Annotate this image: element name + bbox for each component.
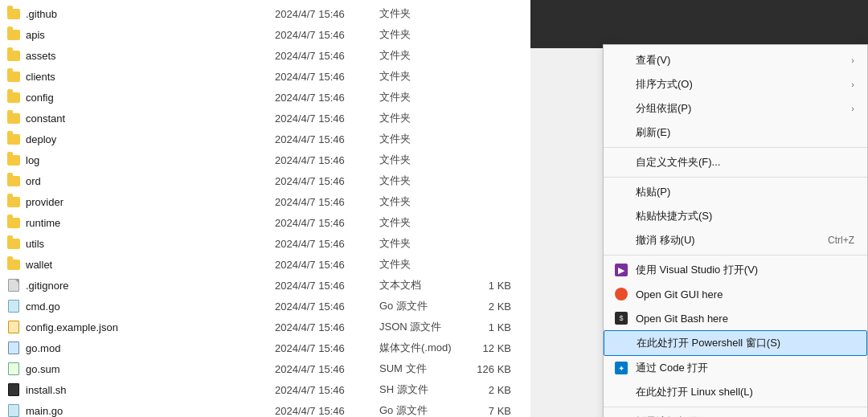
file-date: 2024/4/7 15:46 xyxy=(275,92,379,104)
file-date: 2024/4/7 15:46 xyxy=(275,342,379,354)
file-date: 2024/4/7 15:46 xyxy=(275,238,379,250)
menu-icon: $ xyxy=(613,310,629,326)
menu-item-label: 查看(V) xyxy=(636,53,845,67)
menu-item-open-ps[interactable]: 在此处打开 Powershell 窗口(S) xyxy=(604,330,867,356)
file-date: 2024/4/7 15:46 xyxy=(275,154,379,166)
file-row[interactable]: cmd.go 2024/4/7 15:46 Go 源文件 2 KB xyxy=(0,296,530,317)
menu-icon xyxy=(613,184,629,200)
file-type: SUM 文件 xyxy=(379,362,468,376)
menu-item-arrow: › xyxy=(851,104,854,113)
menu-item-undo[interactable]: 撤消 移动(U) Ctrl+Z xyxy=(604,228,867,252)
file-row[interactable]: ord 2024/4/7 15:46 文件夹 xyxy=(0,170,530,191)
file-icon xyxy=(6,299,21,313)
file-name: runtime xyxy=(26,217,275,229)
file-icon xyxy=(6,382,21,397)
folder-icon xyxy=(7,51,20,61)
file-row[interactable]: main.go 2024/4/7 15:46 Go 源文件 7 KB xyxy=(0,400,530,417)
menu-item-open-vscode[interactable]: ✦ 通过 Code 打开 xyxy=(604,356,867,380)
menu-item-open-linux[interactable]: 在此处打开 Linux shell(L) xyxy=(604,380,867,404)
menu-item-view[interactable]: 查看(V) › xyxy=(604,48,867,72)
menu-item-paste-short[interactable]: 粘贴快捷方式(S) xyxy=(604,204,867,228)
file-type: 文件夹 xyxy=(379,215,468,230)
file-row[interactable]: go.mod 2024/4/7 15:46 媒体文件(.mod) 12 KB xyxy=(0,337,530,358)
file-row[interactable]: config.example.json 2024/4/7 15:46 JSON … xyxy=(0,317,530,337)
file-row[interactable]: install.sh 2024/4/7 15:46 SH 源文件 2 KB xyxy=(0,379,530,400)
git-bash-icon: $ xyxy=(615,312,628,325)
file-date: 2024/4/7 15:46 xyxy=(275,175,379,187)
file-row[interactable]: utils 2024/4/7 15:46 文件夹 xyxy=(0,233,530,254)
file-type: 文件夹 xyxy=(379,111,468,125)
file-row[interactable]: constant 2024/4/7 15:46 文件夹 xyxy=(0,108,530,129)
menu-item-group[interactable]: 分组依据(P) › xyxy=(604,96,867,121)
menu-item-open-gitgui[interactable]: Open Git GUI here xyxy=(604,282,867,306)
menu-item-label: Open Git GUI here xyxy=(636,288,854,300)
file-type: 文件夹 xyxy=(379,174,468,188)
file-name: apis xyxy=(26,29,275,41)
menu-item-label: 使用 Visual Studio 打开(V) xyxy=(636,263,854,277)
file-date: 2024/4/7 15:46 xyxy=(275,196,379,208)
file-row[interactable]: provider 2024/4/7 15:46 文件夹 xyxy=(0,191,530,212)
menu-icon xyxy=(613,414,629,417)
file-name: clients xyxy=(26,71,275,83)
vscode-icon: ✦ xyxy=(615,362,628,374)
file-row[interactable]: wallet 2024/4/7 15:46 文件夹 xyxy=(0,254,530,275)
file-name: main.go xyxy=(26,405,275,417)
file-icon xyxy=(6,362,21,376)
folder-icon xyxy=(7,197,20,207)
file-icon xyxy=(6,69,21,84)
file-type: 文件夹 xyxy=(379,257,468,272)
menu-item-open-gitbash[interactable]: $ Open Git Bash here xyxy=(604,306,867,330)
json-file-icon xyxy=(8,321,19,333)
menu-item-paste[interactable]: 粘贴(P) xyxy=(604,180,867,204)
file-type: 文件夹 xyxy=(379,69,468,84)
file-row[interactable]: log 2024/4/7 15:46 文件夹 xyxy=(0,149,530,170)
menu-item-customize[interactable]: 自定义文件夹(F)... xyxy=(604,150,867,174)
file-size: 2 KB xyxy=(468,384,524,396)
menu-item-label: 自定义文件夹(F)... xyxy=(636,155,854,170)
file-name: install.sh xyxy=(26,384,275,396)
menu-item-arrow: › xyxy=(851,55,854,65)
file-row[interactable]: go.sum 2024/4/7 15:46 SUM 文件 126 KB xyxy=(0,358,530,379)
file-size: 2 KB xyxy=(468,300,524,313)
vs-icon: ▶ xyxy=(615,264,628,276)
file-type: Go 源文件 xyxy=(379,403,468,417)
file-date: 2024/4/7 15:46 xyxy=(275,8,379,20)
file-icon xyxy=(6,320,21,334)
file-date: 2024/4/7 15:46 xyxy=(275,112,379,125)
file-icon xyxy=(6,153,21,167)
context-menu: 查看(V) › 排序方式(O) › 分组依据(P) › 刷新(E) 自定义文件夹… xyxy=(603,44,868,417)
file-row[interactable]: deploy 2024/4/7 15:46 文件夹 xyxy=(0,129,530,149)
menu-item-label: 粘贴(P) xyxy=(636,185,854,199)
folder-icon xyxy=(7,239,20,249)
file-type: 文件夹 xyxy=(379,236,468,251)
folder-icon xyxy=(7,9,20,19)
menu-divider xyxy=(604,255,867,256)
generic-file-icon xyxy=(8,279,19,292)
file-row[interactable]: apis 2024/4/7 15:46 文件夹 xyxy=(0,24,530,45)
file-icon xyxy=(6,48,21,63)
file-icon xyxy=(6,403,21,417)
file-date: 2024/4/7 15:46 xyxy=(275,405,379,417)
file-row[interactable]: clients 2024/4/7 15:46 文件夹 xyxy=(0,66,530,87)
menu-item-sort[interactable]: 排序方式(O) › xyxy=(604,72,867,96)
file-row[interactable]: .github 2024/4/7 15:46 文件夹 xyxy=(0,3,530,24)
menu-icon xyxy=(613,100,629,117)
file-type: 文件夹 xyxy=(379,6,468,21)
file-row[interactable]: assets 2024/4/7 15:46 文件夹 xyxy=(0,45,530,66)
file-date: 2024/4/7 15:46 xyxy=(275,363,379,375)
file-type: 文件夹 xyxy=(379,132,468,146)
file-icon xyxy=(6,257,21,272)
file-row[interactable]: .gitignore 2024/4/7 15:46 文本文档 1 KB xyxy=(0,275,530,296)
file-row[interactable]: config 2024/4/7 15:46 文件夹 xyxy=(0,87,530,108)
file-type: 文本文档 xyxy=(379,278,468,292)
file-type: 文件夹 xyxy=(379,27,468,42)
menu-item-refresh[interactable]: 刷新(E) xyxy=(604,121,867,145)
dark-overlay xyxy=(530,0,868,48)
menu-item-access[interactable]: 授予访问权限(G) › xyxy=(604,410,867,417)
menu-icon xyxy=(613,208,629,224)
menu-item-open-vs[interactable]: ▶ 使用 Visual Studio 打开(V) xyxy=(604,258,867,282)
file-size: 12 KB xyxy=(468,342,524,354)
file-type: 文件夹 xyxy=(379,48,468,63)
menu-item-label: 通过 Code 打开 xyxy=(636,361,854,375)
file-row[interactable]: runtime 2024/4/7 15:46 文件夹 xyxy=(0,212,530,233)
